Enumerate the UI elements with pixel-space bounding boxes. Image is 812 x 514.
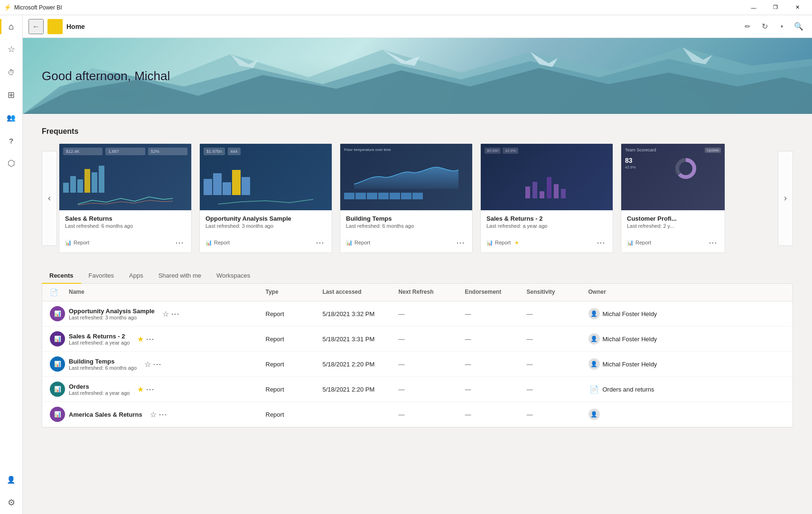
row-star-5[interactable]: ☆: [150, 410, 157, 419]
sidebar-item-apps[interactable]: ⊞: [0, 84, 23, 106]
bar-7: [204, 179, 212, 195]
metric-2: 1,887: [105, 148, 145, 155]
chevron-right-icon: ›: [784, 193, 787, 203]
row-icon-glyph-4: 📊: [54, 386, 61, 393]
row-more-2[interactable]: ⋯: [146, 334, 154, 344]
card-thumbnail-1: $12.4K 1,887 52%: [59, 144, 191, 210]
back-icon: ←: [32, 22, 40, 31]
card-visual-4: [485, 157, 609, 206]
table-row-3[interactable]: 📊 Building Temps Last refreshed: 6 month…: [42, 352, 793, 377]
tab-recents[interactable]: Recents: [42, 268, 81, 284]
bar-8: [213, 173, 222, 195]
frequent-card-4[interactable]: $5,990 42.9%: [480, 143, 613, 253]
tab-apps[interactable]: Apps: [121, 268, 151, 284]
search-button[interactable]: 🔍: [791, 19, 806, 34]
owner-doc-icon-4: 📄: [588, 383, 600, 395]
row-star-2[interactable]: ★: [137, 335, 144, 344]
card-bars-3: [344, 193, 468, 199]
frequent-card-3[interactable]: Floor temperature over time: [340, 143, 473, 253]
tab-shared[interactable]: Shared with me: [151, 268, 209, 284]
frequent-card-2[interactable]: $1.97bn 444: [199, 143, 332, 253]
row-icon-4: 📊: [50, 382, 69, 397]
table-row-2[interactable]: 📊 Sales & Returns - 2 Last refreshed: a …: [42, 327, 793, 352]
sidebar-item-profile[interactable]: 👤: [0, 468, 23, 491]
sidebar-item-learn[interactable]: ?: [0, 129, 23, 152]
row-next-refresh-4: —: [399, 386, 465, 393]
row-name-col-1: Opportunity Analysis Sample Last refresh…: [69, 308, 266, 320]
owner-icon-3: 👤: [590, 361, 597, 367]
svg-rect-2: [57, 27, 60, 30]
card-more-button-1[interactable]: ⋯: [173, 236, 186, 249]
row-star-3[interactable]: ☆: [144, 360, 151, 369]
card-more-button-2[interactable]: ⋯: [314, 236, 326, 249]
tab-favorites[interactable]: Favorites: [81, 268, 121, 284]
card-chart-2: [204, 159, 328, 195]
row-more-3[interactable]: ⋯: [153, 359, 161, 369]
edit-icon: ✏: [745, 22, 751, 31]
card-type-1: 📊 Report: [65, 240, 89, 246]
b7: [412, 193, 423, 199]
bar-6: [99, 166, 104, 193]
close-button[interactable]: ✕: [786, 0, 808, 15]
col-header-owner[interactable]: Owner: [588, 289, 785, 296]
owner-avatar-2: 👤: [588, 333, 600, 345]
sidebar-item-shared[interactable]: 👥: [0, 106, 23, 129]
carousel-next-button[interactable]: ›: [778, 151, 793, 246]
col-header-type[interactable]: Type: [266, 289, 323, 296]
sidebar-bottom: 👤 ⚙: [0, 468, 23, 514]
home-icon: ⌂: [9, 22, 14, 32]
frequent-card-1[interactable]: $12.4K 1,887 52%: [59, 143, 192, 253]
row-more-1[interactable]: ⋯: [171, 308, 179, 319]
refresh-dropdown-button[interactable]: ▾: [774, 19, 789, 34]
table-row-1[interactable]: 📊 Opportunity Analysis Sample Last refre…: [42, 301, 793, 327]
table-row-5[interactable]: 📊 America Sales & Returns ☆: [42, 402, 793, 427]
card-metrics-row: $12.4K 1,887 52%: [63, 148, 187, 155]
card-type-label-2: Report: [214, 240, 230, 245]
row-sensitivity-2: —: [527, 336, 588, 343]
maximize-button[interactable]: ❐: [765, 0, 786, 15]
card-more-button-3[interactable]: ⋯: [454, 236, 467, 249]
card-more-button-5[interactable]: ⋯: [707, 236, 719, 249]
sidebar-item-home[interactable]: ⌂: [0, 15, 23, 38]
minimize-button[interactable]: —: [743, 0, 765, 15]
card-metrics-5: 83 42.9%: [625, 157, 672, 182]
col-header-sensitivity[interactable]: Sensitivity: [527, 289, 588, 296]
bar-1: [63, 183, 69, 193]
sidebar-item-workspaces[interactable]: ⬡: [0, 152, 23, 175]
col-header-name[interactable]: Name: [69, 289, 266, 296]
hero-banner: Good afternoon, Michal: [23, 38, 812, 114]
card-body-2: Opportunity Analysis Sample Last refresh…: [200, 210, 332, 234]
row-owner-2: 👤 Michal Foster Heldy: [588, 333, 785, 345]
card-type-label-5: Report: [635, 240, 651, 245]
col-header-next-refresh[interactable]: Next Refresh: [399, 289, 465, 296]
report-icon-5: 📊: [627, 240, 634, 246]
card-more-button-4[interactable]: ⋯: [595, 236, 607, 249]
row-more-4[interactable]: ⋯: [146, 384, 154, 394]
sidebar-item-settings[interactable]: ⚙: [0, 491, 23, 514]
metric-6: $5,990: [485, 148, 501, 154]
sidebar-item-favorites[interactable]: ☆: [0, 38, 23, 61]
col-header-endorsement[interactable]: Endorsement: [465, 289, 527, 296]
row-endorsement-4: —: [465, 386, 527, 393]
card-subtitle-4: Last refreshed: a year ago: [486, 223, 607, 229]
titlebar-title: Microsoft Power BI: [14, 4, 62, 11]
row-more-5[interactable]: ⋯: [159, 409, 167, 420]
card-img-2: $1.97bn 444: [200, 144, 332, 210]
content-area: Good afternoon, Michal Frequents ‹: [23, 38, 812, 514]
table-row-4[interactable]: 📊 Orders Last refreshed: a year ago ★: [42, 377, 793, 402]
row-name-text-3: Building Temps: [69, 358, 137, 365]
svg-rect-8: [540, 191, 544, 198]
row-star-1[interactable]: ☆: [162, 309, 169, 318]
card-footer-2: 📊 Report ⋯: [200, 234, 332, 252]
carousel-prev-button[interactable]: ‹: [42, 151, 57, 246]
back-button[interactable]: ←: [28, 19, 44, 34]
frequent-card-5[interactable]: Team Scorecard Update 83 42.9%: [621, 143, 725, 253]
refresh-button[interactable]: ↻: [757, 19, 772, 34]
b2: [355, 193, 366, 199]
sidebar-item-recent[interactable]: ⏱: [0, 61, 23, 84]
col-header-last-accessed[interactable]: Last accessed: [323, 289, 399, 296]
row-star-4[interactable]: ★: [137, 385, 144, 394]
owner-name-2: Michal Foster Heldy: [603, 336, 657, 343]
edit-button[interactable]: ✏: [740, 19, 755, 34]
tab-workspaces[interactable]: Workspaces: [209, 268, 258, 284]
